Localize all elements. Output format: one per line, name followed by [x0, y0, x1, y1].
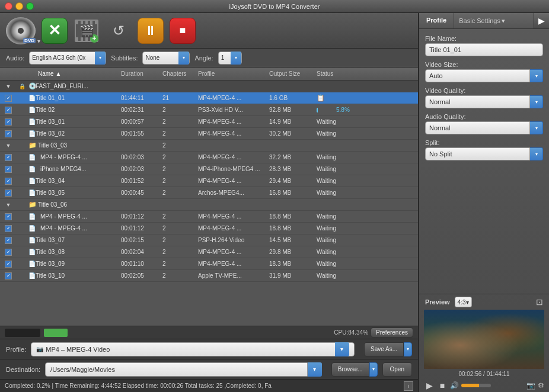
- row-checkbox[interactable]: ✓: [0, 225, 17, 232]
- video-quality-arrow[interactable]: ▾: [530, 95, 543, 108]
- row-checkbox[interactable]: ✓: [0, 213, 17, 220]
- row-checkbox[interactable]: ✓: [0, 237, 17, 244]
- row-checkbox[interactable]: ▼: [0, 83, 17, 89]
- subtitles-dropdown-arrow[interactable]: ▾: [178, 52, 189, 65]
- th-name[interactable]: Name ▲: [36, 70, 119, 77]
- open-button[interactable]: Open: [382, 362, 412, 377]
- row-checkbox[interactable]: ✓: [0, 178, 17, 185]
- table-row[interactable]: ✓📄Title 03_0200:01:552MP4-MPEG-4 ...30.2…: [0, 128, 418, 140]
- panel-nav-next[interactable]: ▶: [534, 13, 549, 28]
- tab-profile[interactable]: Profile: [419, 13, 454, 28]
- row-checkbox[interactable]: ✓: [0, 189, 17, 197]
- profile-dropdown-arrow[interactable]: ▾: [335, 342, 349, 356]
- add-file-button[interactable]: 🎬 +: [74, 18, 100, 44]
- row-checkbox[interactable]: ▼: [0, 202, 17, 208]
- table-row[interactable]: ✓📄Title 03_0900:01:102MP4-MPEG-4 ...18.3…: [0, 258, 418, 270]
- row-checkbox[interactable]: ✓: [0, 95, 17, 102]
- split-select[interactable]: No Split: [425, 147, 530, 160]
- play-button[interactable]: ▶: [424, 381, 435, 390]
- info-icon[interactable]: i: [404, 381, 413, 391]
- row-checkbox[interactable]: ✓: [0, 118, 17, 126]
- row-chapters: 2: [160, 166, 196, 172]
- row-checkbox[interactable]: ▼: [0, 143, 17, 149]
- table-row[interactable]: ✓📄Title 03_0800:02:042MP4-MPEG-4 ...29.8…: [0, 246, 418, 258]
- table-row[interactable]: ✓📄MP4 - MPEG-4 ...00:02:032MP4-MPEG-4 ..…: [0, 152, 418, 163]
- table-row[interactable]: ✓📄MP4 - MPEG-4 ...00:01:122MP4-MPEG-4 ..…: [0, 211, 418, 223]
- table-row[interactable]: ▼📁Title 03_032: [0, 140, 418, 152]
- row-checkbox[interactable]: ✓: [0, 249, 17, 256]
- preview-time: 00:02:56 / 01:44:11: [419, 369, 549, 379]
- row-name: MP4 - MPEG-4 ...: [36, 154, 119, 160]
- window-controls[interactable]: [5, 2, 34, 10]
- cpu-usage: CPU:84.34%: [70, 329, 368, 336]
- preview-controls: ▶ ■ 🔊 📷 ⚙: [419, 379, 549, 392]
- row-status: Waiting: [314, 178, 356, 184]
- video-quality-select[interactable]: Normal: [425, 95, 530, 108]
- table-row[interactable]: ✓📄Title 03_1000:02:052Apple TV-MPE...31.…: [0, 270, 418, 282]
- destination-path[interactable]: /Users/Maggie/Movies: [45, 362, 308, 377]
- table-row[interactable]: ✓📄Title 03_0400:01:522MP4-MPEG-4 ...29.4…: [0, 175, 418, 187]
- table-row[interactable]: ✓📄Title 03_0700:02:152PSP-H.264 Video14.…: [0, 234, 418, 246]
- table-body[interactable]: ▼🔒💿FAST_AND_FURI...✓📄Title 01_0101:44:11…: [0, 81, 418, 326]
- maximize-button[interactable]: [26, 2, 34, 10]
- th-chapters[interactable]: Chapters: [160, 70, 196, 77]
- row-icon: 📄: [26, 213, 36, 220]
- audio-label: Audio:: [6, 54, 24, 62]
- file-name-input[interactable]: Title 01_01: [425, 43, 543, 56]
- table-row[interactable]: ✓📄iPhone MPEG4...00:02:032MP4-iPhone-MPE…: [0, 163, 418, 175]
- row-icon: 📄: [26, 166, 36, 172]
- refresh-button[interactable]: ↺: [106, 18, 132, 44]
- angle-select[interactable]: 1 ▾: [218, 52, 242, 65]
- minimize-button[interactable]: [15, 2, 23, 10]
- save-as-button[interactable]: Save As...: [364, 342, 404, 356]
- volume-icon[interactable]: 🔊: [450, 381, 459, 390]
- row-checkbox[interactable]: ✓: [0, 130, 17, 137]
- table-row[interactable]: ▼📁Title 03_06: [0, 199, 418, 211]
- row-output-size: 31.9 MB: [267, 272, 314, 279]
- stop-button[interactable]: ■: [170, 18, 196, 44]
- destination-arrow[interactable]: ▾: [308, 362, 322, 377]
- settings-icon[interactable]: ⚙: [538, 381, 544, 390]
- video-size-arrow[interactable]: ▾: [530, 69, 543, 82]
- th-profile[interactable]: Profile: [196, 70, 267, 77]
- row-checkbox[interactable]: ✓: [0, 107, 17, 114]
- th-duration[interactable]: Duration: [119, 70, 160, 77]
- video-size-select[interactable]: Auto: [425, 69, 530, 82]
- browse-button[interactable]: Browse...: [331, 362, 369, 377]
- angle-dropdown-arrow[interactable]: ▾: [231, 52, 241, 65]
- stop-preview-button[interactable]: ■: [437, 381, 448, 390]
- row-checkbox[interactable]: ✓: [0, 261, 17, 268]
- table-row[interactable]: ✓📄Title 03_0100:00:572MP4-MPEG-4 ...14.9…: [0, 116, 418, 128]
- table-row[interactable]: ✓📄Title 0200:02:312PS3-Xvid HD V...92.8 …: [0, 104, 418, 116]
- preview-expand-icon[interactable]: ⊡: [536, 297, 543, 307]
- table-row[interactable]: ✓📄Title 03_0500:00:452Archos-MPEG4...16.…: [0, 187, 418, 199]
- dvd-load-button[interactable]: DVD ▾: [6, 17, 36, 44]
- row-checkbox[interactable]: ✓: [0, 154, 17, 161]
- aspect-ratio-select[interactable]: 4:3▾: [455, 297, 472, 307]
- save-as-arrow[interactable]: ▾: [404, 342, 412, 356]
- preferences-button[interactable]: Preferences: [371, 327, 413, 338]
- remove-button[interactable]: ✕: [42, 18, 68, 44]
- row-checkbox[interactable]: ✓: [0, 272, 17, 279]
- audio-dropdown-arrow[interactable]: ▾: [95, 52, 106, 65]
- table-row[interactable]: ▼🔒💿FAST_AND_FURI...: [0, 81, 418, 92]
- volume-slider[interactable]: [461, 384, 491, 387]
- audio-select[interactable]: English AC3 6ch (0x ▾: [29, 52, 106, 65]
- profile-select[interactable]: 📷 MP4 – MPEG-4 Video ▾: [31, 342, 355, 356]
- dvd-label: DVD: [23, 38, 36, 43]
- th-status[interactable]: Status: [314, 70, 356, 77]
- browse-arrow[interactable]: ▾: [369, 362, 378, 377]
- table-row[interactable]: ✓📄Title 01_0101:44:1121MP4-MPEG-4 ...1.6…: [0, 92, 418, 104]
- screenshot-icon[interactable]: 📷: [526, 381, 535, 390]
- row-status: Waiting: [314, 189, 356, 196]
- pause-button[interactable]: ⏸: [138, 18, 164, 44]
- audio-quality-select[interactable]: Normal: [425, 121, 530, 134]
- th-output-size[interactable]: Output Size: [267, 70, 314, 77]
- row-checkbox[interactable]: ✓: [0, 166, 17, 173]
- close-button[interactable]: [5, 2, 12, 10]
- table-row[interactable]: ✓📄MP4 - MPEG-4 ...00:01:122MP4-MPEG-4 ..…: [0, 223, 418, 234]
- split-arrow[interactable]: ▾: [530, 147, 543, 160]
- subtitles-select[interactable]: None ▾: [142, 52, 190, 65]
- tab-basic-settings[interactable]: Basic Settings ▾: [454, 13, 510, 28]
- audio-quality-arrow[interactable]: ▾: [530, 121, 543, 134]
